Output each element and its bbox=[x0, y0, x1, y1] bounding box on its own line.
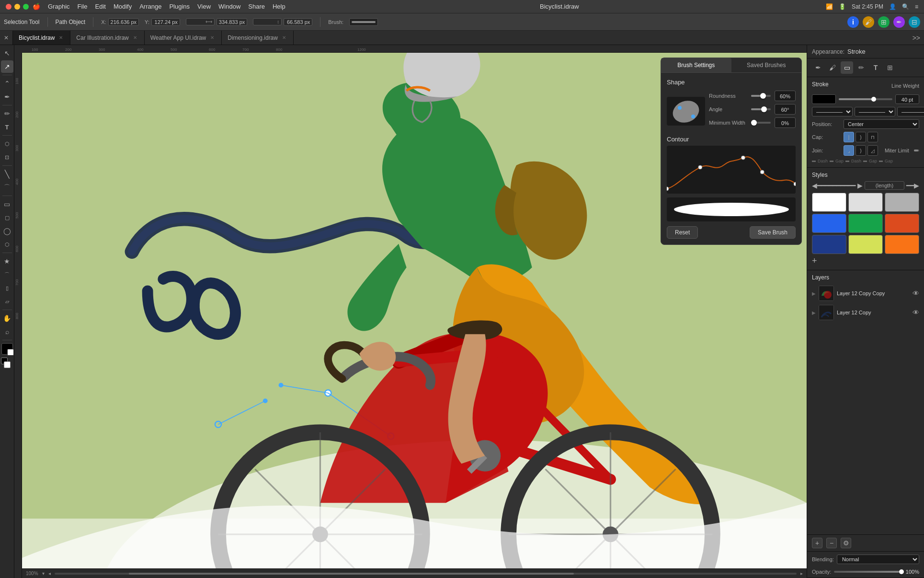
tool-pen-cusp[interactable]: ⌃ bbox=[1, 77, 13, 90]
layers-icon[interactable]: ⊟ bbox=[909, 16, 920, 28]
menu-share[interactable]: Share bbox=[248, 3, 265, 10]
pencil-icon[interactable]: ✏ bbox=[855, 61, 867, 74]
style-swatch-dark-blue[interactable] bbox=[812, 235, 846, 254]
position-select[interactable]: Center Inside Outside bbox=[844, 119, 919, 129]
menu-arrange[interactable]: Arrange bbox=[139, 3, 161, 10]
tool-text-area[interactable]: ⊡ bbox=[1, 151, 13, 163]
type-icon[interactable]: T bbox=[869, 61, 882, 74]
menu-graphic[interactable]: Graphic bbox=[48, 3, 70, 10]
line-weight-value[interactable]: 40 pt bbox=[895, 94, 919, 104]
stroke-icon[interactable]: ▭ bbox=[841, 61, 853, 74]
blending-select[interactable]: Normal Multiply Screen Overlay bbox=[837, 555, 919, 564]
stroke-swatch-mini[interactable] bbox=[4, 361, 11, 368]
tool-rect[interactable]: ▭ bbox=[1, 198, 13, 210]
cap-square-button[interactable]: ⊓ bbox=[867, 132, 878, 142]
style-swatch-white[interactable] bbox=[812, 193, 846, 212]
layer-2-visibility[interactable]: 👁 bbox=[913, 309, 919, 316]
add-style-button[interactable]: + bbox=[812, 256, 919, 266]
tool-polygon[interactable]: ⬡ bbox=[1, 238, 13, 251]
join-round-button[interactable]: ) bbox=[856, 145, 866, 156]
tool-ellipse[interactable]: ◯ bbox=[1, 225, 13, 237]
tool-skew[interactable]: ▱ bbox=[1, 295, 13, 308]
tool-arc[interactable]: ⌒ bbox=[1, 181, 13, 194]
tool-freehand[interactable]: ⌒ bbox=[1, 268, 13, 281]
style-swatch-light-gray[interactable] bbox=[848, 193, 883, 212]
tool-pencil[interactable]: ✏ bbox=[1, 107, 13, 120]
y-value[interactable]: 127.24 px bbox=[151, 18, 180, 26]
min-width-slider[interactable] bbox=[751, 122, 771, 124]
gap-type-select[interactable]: ————— bbox=[855, 107, 895, 116]
tab-brush-settings[interactable]: Brush Settings bbox=[661, 58, 731, 72]
menu-modify[interactable]: Modify bbox=[114, 3, 132, 10]
canvas-content[interactable]: Brush Settings Saved Brushes Shape bbox=[22, 53, 807, 568]
line-weight-slider[interactable] bbox=[839, 98, 892, 100]
tool-pan[interactable]: ✋ bbox=[1, 312, 13, 324]
delete-layer-button[interactable]: − bbox=[826, 538, 837, 548]
cap-butt-button[interactable]: | bbox=[844, 132, 854, 142]
menu-help[interactable]: Help bbox=[273, 3, 285, 10]
contour-graph[interactable] bbox=[667, 146, 796, 194]
w-value[interactable]: 334.833 px bbox=[217, 18, 247, 26]
brush-icon[interactable]: 🖌 bbox=[826, 61, 839, 74]
minimize-button[interactable] bbox=[14, 4, 20, 10]
style-swatch-yellow-green[interactable] bbox=[848, 235, 883, 254]
apple-menu[interactable]: 🍎 bbox=[33, 3, 40, 10]
menu-window[interactable]: Window bbox=[218, 3, 240, 10]
layer-item-2[interactable]: ▶ Layer 12 Copy 👁 bbox=[812, 303, 919, 322]
tool-rect-shape[interactable]: ▯ bbox=[1, 282, 13, 294]
cap-round-button[interactable]: ) bbox=[856, 132, 866, 142]
color-icon[interactable]: 🖌 bbox=[863, 16, 874, 28]
tool-select-direct[interactable]: ↗ bbox=[1, 60, 13, 73]
tab-dimensioning-close[interactable]: ✕ bbox=[281, 35, 287, 41]
tab-bicyclist-close[interactable]: ✕ bbox=[57, 35, 64, 41]
x-value[interactable]: 216.636 px bbox=[108, 18, 139, 26]
info-icon[interactable]: i bbox=[847, 16, 859, 28]
tab-dimensioning[interactable]: Dimensioning.idraw ✕ bbox=[222, 31, 294, 45]
roundness-slider[interactable] bbox=[751, 95, 771, 97]
angle-slider[interactable] bbox=[751, 108, 771, 110]
tool-pen-draw[interactable]: ✒ bbox=[1, 91, 13, 103]
tool-text[interactable]: T bbox=[1, 121, 13, 133]
tool-rounded-rect[interactable]: ▢ bbox=[1, 211, 13, 224]
menu-file[interactable]: File bbox=[78, 3, 88, 10]
join-bevel-button[interactable]: ◿ bbox=[867, 145, 878, 156]
close-tab[interactable]: ✕ bbox=[0, 31, 13, 45]
tool-shape-3d[interactable]: ⬡ bbox=[1, 138, 13, 150]
dash-type-select[interactable]: ————— bbox=[812, 107, 853, 116]
tab-car-close[interactable]: ✕ bbox=[132, 35, 138, 41]
zoom-icon[interactable]: ▾ bbox=[42, 571, 45, 576]
reset-button[interactable]: Reset bbox=[667, 226, 698, 239]
scroll-right[interactable]: ▸ bbox=[800, 571, 803, 576]
tab-car[interactable]: Car Illustration.idraw ✕ bbox=[70, 31, 144, 45]
menu-extra-icon[interactable]: ≡ bbox=[915, 3, 918, 10]
tool-line[interactable]: ╲ bbox=[1, 168, 13, 180]
tab-bicyclist[interactable]: Bicyclist.idraw ✕ bbox=[13, 31, 70, 45]
opacity-slider[interactable] bbox=[834, 571, 903, 573]
stroke-color[interactable] bbox=[812, 94, 836, 104]
layer-item-1[interactable]: ▶ Layer 12 Copy Copy 👁 bbox=[812, 284, 919, 303]
grid-icon-rp[interactable]: ⊞ bbox=[884, 61, 896, 74]
menu-plugins[interactable]: Plugins bbox=[169, 3, 190, 10]
brush-preview[interactable] bbox=[349, 18, 378, 26]
grid-icon[interactable]: ⊞ bbox=[878, 16, 890, 28]
tool-zoom[interactable]: ⌕ bbox=[1, 325, 13, 338]
tool-select-arrow[interactable]: ↖ bbox=[1, 47, 13, 59]
layer-settings-button[interactable]: ⚙ bbox=[841, 538, 851, 548]
tab-weather-close[interactable]: ✕ bbox=[209, 35, 216, 41]
tab-weather[interactable]: Weather App UI.idraw ✕ bbox=[145, 31, 222, 45]
menu-view[interactable]: View bbox=[197, 3, 211, 10]
layer-1-visibility[interactable]: 👁 bbox=[913, 289, 919, 297]
tab-saved-brushes[interactable]: Saved Brushes bbox=[731, 58, 802, 72]
save-brush-button[interactable]: Save Brush bbox=[750, 226, 796, 239]
tab-overflow[interactable]: >> bbox=[909, 34, 924, 42]
h-value[interactable]: 66.583 px bbox=[284, 18, 312, 26]
pen-tool-icon[interactable]: ✒ bbox=[812, 61, 824, 74]
style-swatch-orange[interactable] bbox=[885, 235, 919, 254]
maximize-button[interactable] bbox=[23, 4, 29, 10]
dash-type-select-2[interactable]: ————— bbox=[897, 107, 924, 116]
miter-limit-slider[interactable] bbox=[914, 150, 919, 151]
horizontal-scrollbar[interactable] bbox=[55, 573, 797, 575]
style-swatch-gray[interactable] bbox=[885, 193, 919, 212]
search-icon[interactable]: 🔍 bbox=[902, 3, 909, 10]
pen-icon[interactable]: ✒ bbox=[893, 16, 905, 28]
